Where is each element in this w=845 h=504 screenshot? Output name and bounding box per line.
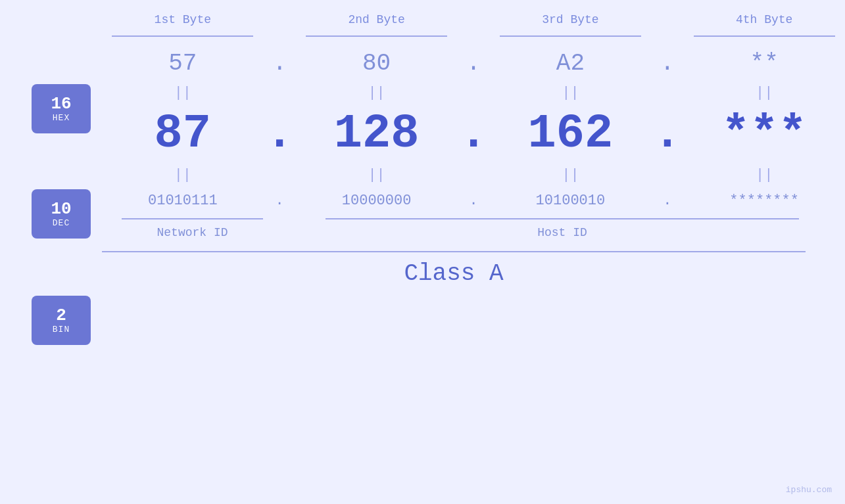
hex-b4: ** (683, 37, 845, 82)
dec-b1: 87 (102, 104, 264, 164)
dec-row: 87 . 128 . 162 . *** (102, 104, 845, 164)
eq1-b3: || (490, 82, 652, 104)
dec-d3: . (651, 104, 683, 164)
base-bin-text: BIN (53, 325, 70, 334)
host-id-label: Host ID (537, 226, 587, 239)
eq1-d2 (457, 91, 489, 96)
class-area: Class A (0, 251, 845, 287)
bin-d1: . (264, 186, 296, 216)
network-id-bracket: Network ID (102, 218, 283, 239)
eq2-b4: || (683, 164, 845, 186)
hex-b2: 80 (296, 37, 458, 82)
byte4-label: 4th Byte (736, 13, 792, 26)
bin-d2: . (457, 186, 489, 216)
eq2-d1 (264, 173, 296, 178)
rows-area: 57 . 80 . A2 . ** || || || || 87 . 128 .… (0, 37, 845, 216)
eq2-d3 (651, 173, 683, 178)
eq1-d3 (651, 91, 683, 96)
eq2-b1: || (102, 164, 264, 186)
dec-d2: . (457, 104, 489, 164)
byte3-header: 3rd Byte (490, 13, 652, 26)
hbracket-3 (490, 32, 652, 37)
bracket-dot-1 (283, 218, 319, 239)
equals-row-1: || || || || (102, 82, 845, 104)
bin-b3: 10100010 (490, 186, 652, 216)
base-dec-text: DEC (53, 218, 70, 228)
hbracket-4 (683, 32, 845, 37)
bin-b2: 10000000 (296, 186, 458, 216)
eq2-b3: || (490, 164, 652, 186)
main-container: 16 HEX 10 DEC 2 BIN 1st Byte 2nd Byte 3r… (0, 0, 845, 504)
hex-d1: . (264, 37, 296, 82)
eq1-b4: || (683, 82, 845, 104)
bin-b1: 01010111 (102, 186, 264, 216)
dec-d1: . (264, 104, 296, 164)
equals-row-2: || || || || (102, 164, 845, 186)
dec-b3: 162 (490, 104, 652, 164)
bin-d3: . (651, 186, 683, 216)
network-id-label: Network ID (157, 226, 228, 239)
byte1-header: 1st Byte (102, 13, 264, 26)
eq1-d1 (264, 91, 296, 96)
byte4-header: 4th Byte (683, 13, 845, 26)
eq1-b1: || (102, 82, 264, 104)
byte2-label: 2nd Byte (348, 13, 404, 26)
eq2-d2 (457, 173, 489, 178)
byte3-label: 3rd Byte (542, 13, 598, 26)
watermark: ipshu.com (786, 485, 832, 495)
dec-b2: 128 (296, 104, 458, 164)
bottom-brackets: Network ID Host ID (0, 218, 845, 239)
hex-b1: 57 (102, 37, 264, 82)
header-row: 1st Byte 2nd Byte 3rd Byte 4th Byte (0, 13, 845, 26)
host-bracket-line (326, 218, 799, 219)
host-id-bracket: Host ID (319, 218, 806, 239)
byte1-label: 1st Byte (155, 13, 211, 26)
base-bin-number: 2 (56, 306, 66, 325)
dec-b4: *** (683, 104, 845, 164)
hex-row: 57 . 80 . A2 . ** (102, 37, 845, 82)
header-brackets (0, 32, 845, 37)
hex-b3: A2 (490, 37, 652, 82)
hex-d3: . (651, 37, 683, 82)
hex-d2: . (457, 37, 489, 82)
base-bin-label: 2 BIN (32, 296, 91, 345)
bin-row: 01010111 . 10000000 . 10100010 . *******… (102, 186, 845, 216)
byte2-header: 2nd Byte (296, 13, 458, 26)
network-bracket-line (122, 218, 263, 219)
hbracket-1 (102, 32, 264, 37)
class-bracket-line (102, 251, 806, 252)
class-label: Class A (102, 260, 806, 287)
bin-b4: ******** (683, 186, 845, 216)
eq1-b2: || (296, 82, 458, 104)
eq2-b2: || (296, 164, 458, 186)
hbracket-2 (296, 32, 458, 37)
